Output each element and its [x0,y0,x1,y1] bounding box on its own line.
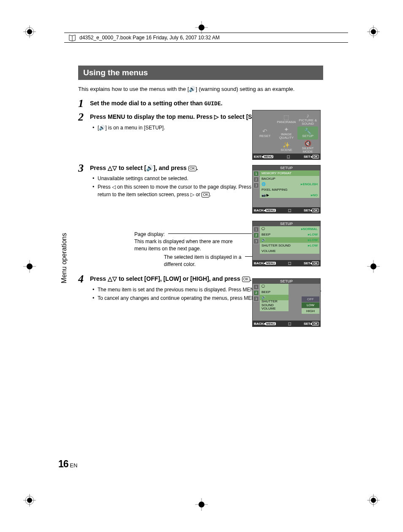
lcd-screen-setup3: SETUP 123 🖵 BEEP 🔊 SHUTTER SOUND VOLUME … [252,278,321,327]
side-label: Menu operations [60,233,68,283]
lcd-screen-setup2: SETUP 123 🖵▸NORMAL BEEP▸LOW 🔊▸LOW SHUTTE… [252,221,321,266]
callout-line [168,233,252,234]
header-text: d4352_e_0000_7.book Page 16 Friday, July… [79,35,220,41]
crop-mark [367,260,380,273]
step-number: 1 [78,98,90,109]
step-number: 3 [78,163,90,200]
crop-mark [23,260,36,273]
svg-point-15 [371,498,376,503]
book-icon [68,34,76,41]
page-number: 16 EN [58,458,77,470]
svg-point-21 [370,263,376,269]
lcd-screen-setup1: SETUP 123 MEMORY FORMAT BACKUP 🌐▸ENGLISH… [252,165,321,214]
svg-point-18 [27,263,33,269]
header-bar: d4352_e_0000_7.book Page 16 Friday, July… [64,33,348,43]
svg-point-7 [371,29,376,34]
crop-mark [23,25,36,38]
svg-point-27 [199,502,204,507]
svg-point-11 [27,498,32,503]
callout-page-display: Page display: This mark is displayed whe… [134,231,244,252]
intro-text: This explains how to use the menus with … [78,86,323,92]
svg-point-3 [27,29,32,34]
lcd-screen-topmenu: ⬚PANORAMA ♪PICTURE & SOUND ↶RESET ✦IMAGE… [252,110,321,160]
svg-point-24 [199,25,204,30]
step-1: 1 Set the mode dial to a setting other t… [78,98,323,109]
step-number: 4 [78,274,90,303]
crop-mark [23,494,36,507]
crop-mark [367,25,380,38]
callout-selected-item: The selected item is displayed in a diff… [164,254,248,268]
crop-mark [195,21,208,34]
step-number: 2 [78,112,90,132]
crop-mark [367,494,380,507]
crop-mark [195,498,208,511]
step-title: Set the mode dial to a setting other tha… [90,99,323,108]
section-title: Using the menus [78,66,323,80]
